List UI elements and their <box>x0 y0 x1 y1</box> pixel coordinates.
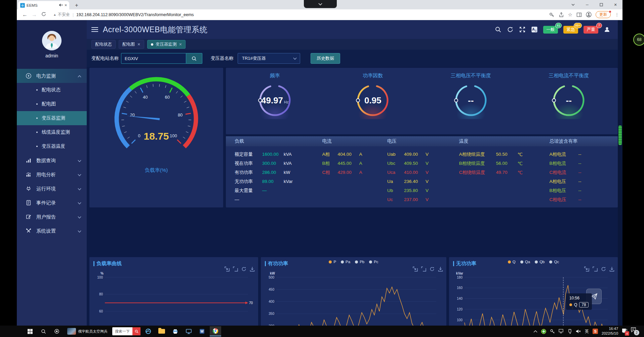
tray-volume-muted-icon[interactable] <box>576 329 581 334</box>
alarm-badge-紧急[interactable]: 紧急99+ <box>563 26 578 34</box>
station-search-button[interactable] <box>186 53 202 64</box>
legend-item-Qa[interactable]: Qa <box>520 260 530 264</box>
tray-chevron-icon[interactable] <box>533 330 537 333</box>
window-maximize-button[interactable] <box>594 0 608 9</box>
tab-close-icon[interactable]: ✕ <box>65 3 67 7</box>
notification-app-icon[interactable]: 4 <box>622 328 627 334</box>
taskbar-clock[interactable]: 16:47 2022/5/10 <box>602 327 618 336</box>
sidebar-item-运行环境[interactable]: 运行环境 <box>17 182 87 196</box>
download-icon[interactable] <box>438 267 443 272</box>
legend-item-Qc[interactable]: Qc <box>549 260 559 264</box>
profile-avatar-icon[interactable] <box>586 12 592 17</box>
user-icon[interactable] <box>604 26 610 33</box>
refresh-icon[interactable] <box>241 267 246 272</box>
fullscreen-icon[interactable] <box>519 26 526 33</box>
password-key-icon[interactable] <box>549 12 555 17</box>
tray-usb-icon[interactable] <box>568 329 572 334</box>
update-button[interactable]: 更新 <box>596 11 611 18</box>
tab-audio-muted-icon[interactable] <box>59 3 63 8</box>
taskbar-search-box[interactable]: 搜索一下 <box>112 327 140 335</box>
alarm-badge-严重[interactable]: 严重7 <box>583 26 598 34</box>
hamburger-menu-icon[interactable] <box>91 27 98 32</box>
translate-icon[interactable]: A文 <box>531 26 538 33</box>
chrome-icon-active[interactable] <box>210 326 221 336</box>
alarm-badge-一般[interactable]: 一般81 <box>543 26 558 34</box>
sidebar-subitem-配电状态[interactable]: 配电状态 <box>17 83 87 97</box>
zoom-select-icon[interactable] <box>584 267 589 272</box>
new-tab-button[interactable]: + <box>73 2 80 9</box>
refresh-icon[interactable] <box>430 267 435 272</box>
window-close-button[interactable]: ✕ <box>608 0 622 9</box>
transformer-select[interactable]: TR1#变压器 <box>238 53 300 64</box>
app-icon-printer[interactable] <box>169 326 181 336</box>
file-explorer-icon[interactable] <box>156 326 167 336</box>
download-icon[interactable] <box>609 267 614 272</box>
station-name-input[interactable]: EGXIV <box>121 53 186 64</box>
table-row: Uca410.00V <box>387 168 459 177</box>
floating-badge[interactable]: 68 <box>633 34 644 46</box>
zoom-reset-icon[interactable] <box>593 267 598 272</box>
zoom-select-icon[interactable] <box>225 267 230 272</box>
tray-keys-icon[interactable] <box>550 329 555 334</box>
sidebar-subitem-线缆温度监测[interactable]: 线缆温度监测 <box>17 125 87 139</box>
sidebar-item-系统设置[interactable]: 系统设置 <box>17 224 87 238</box>
share-icon[interactable] <box>559 12 564 17</box>
sidebar-subitem-变压器监测[interactable]: 变压器监测 <box>17 111 87 125</box>
close-icon[interactable]: ✕ <box>137 42 140 47</box>
legend-item-Q[interactable]: Q <box>508 260 516 264</box>
tray-s-app-icon[interactable]: S <box>593 329 598 334</box>
legend-item-Pb[interactable]: Pb <box>355 260 364 264</box>
close-icon[interactable]: ✕ <box>179 42 182 47</box>
chart-plot-area[interactable]: 500450400350300250200150kW00:0001:2402:4… <box>263 272 444 326</box>
browser-tab[interactable]: EEMS ✕ <box>18 1 69 9</box>
side-panel-icon[interactable] <box>576 12 582 17</box>
tab-变压器监测[interactable]: 变压器监测✕ <box>147 40 186 49</box>
address-bar[interactable]: ▲ 不安全 | 192.168.204.112:8090/3000WEBV2/T… <box>53 12 549 17</box>
avatar[interactable] <box>42 31 62 50</box>
zoom-reset-icon[interactable] <box>233 267 238 272</box>
cortana-icon[interactable] <box>51 326 63 336</box>
sidebar-item-电力监测[interactable]: 电力监测 <box>17 69 87 83</box>
sidebar-subitem-配电图[interactable]: 配电图 <box>17 97 87 111</box>
refresh-icon[interactable] <box>601 267 606 272</box>
input-language-indicator[interactable]: 英 <box>585 329 589 334</box>
ie-icon[interactable] <box>143 326 154 336</box>
tab-配电状态[interactable]: 配电状态 <box>91 40 116 49</box>
news-widget[interactable]: 俄宇航员太空闸兵 <box>65 326 110 336</box>
sidebar-item-数据查询[interactable]: 数据查询 <box>17 153 87 167</box>
window-menu-chevron-icon[interactable] <box>566 0 580 9</box>
history-data-button[interactable]: 历史数据 <box>311 53 340 64</box>
back-button[interactable]: ← <box>20 12 30 18</box>
sidebar-item-用户报告[interactable]: 用户报告 <box>17 210 87 224</box>
download-icon[interactable] <box>250 267 255 272</box>
page-scrollbar[interactable] <box>618 20 622 326</box>
tab-配电图[interactable]: 配电图✕ <box>119 40 144 49</box>
reload-button[interactable] <box>39 12 48 18</box>
legend-item-Qb[interactable]: Qb <box>535 260 545 264</box>
search-go-button[interactable] <box>132 327 140 335</box>
tray-network-icon[interactable] <box>559 329 564 334</box>
refresh-icon[interactable] <box>507 26 514 33</box>
screencast-overlay[interactable] <box>304 0 337 8</box>
browser-menu-icon[interactable]: ⋮ <box>615 12 619 17</box>
forward-button[interactable]: → <box>30 12 39 18</box>
zoom-reset-icon[interactable] <box>421 267 426 272</box>
taskbar-search-icon[interactable] <box>38 326 49 336</box>
window-minimize-button[interactable]: ─ <box>580 0 594 9</box>
legend-item-Pa[interactable]: Pa <box>341 260 350 264</box>
app-icon-monitor[interactable] <box>183 326 194 336</box>
chart-plot-area[interactable]: 100806040200%00:0001:2402:4804:1205:3607… <box>91 272 256 326</box>
start-button[interactable] <box>24 326 36 336</box>
search-icon[interactable] <box>495 26 501 33</box>
zoom-select-icon[interactable] <box>413 267 418 272</box>
legend-item-Pc[interactable]: Pc <box>369 260 378 264</box>
sidebar-subitem-变压器温度[interactable]: 变压器温度 <box>17 139 87 153</box>
scrollbar-thumb[interactable] <box>618 126 622 145</box>
legend-item-P[interactable]: P <box>329 260 336 264</box>
app-icon-word[interactable]: W <box>196 326 208 336</box>
action-center-icon[interactable]: 2 <box>631 327 639 335</box>
bookmark-star-icon[interactable]: ☆ <box>568 12 572 18</box>
sidebar-item-用电分析[interactable]: 用电分析 <box>17 167 87 182</box>
sidebar-item-事件记录[interactable]: 事件记录 <box>17 196 87 210</box>
tray-antivirus-icon[interactable] <box>541 329 546 334</box>
